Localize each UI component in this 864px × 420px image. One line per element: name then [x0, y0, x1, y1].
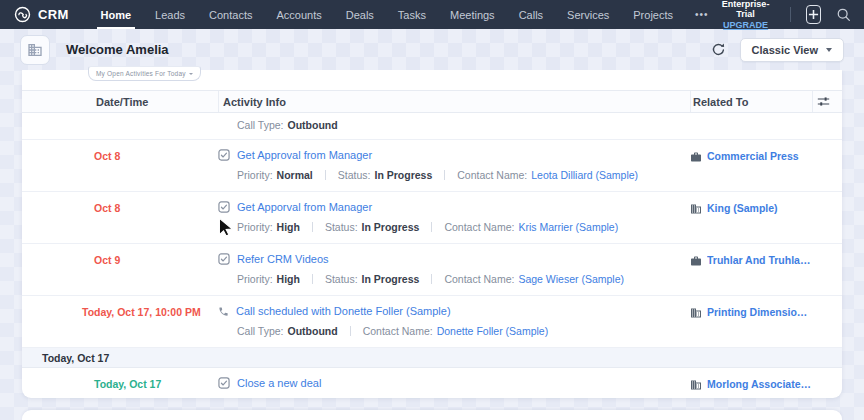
tab-calls[interactable]: Calls	[507, 0, 555, 29]
deal-icon	[690, 149, 702, 167]
detail-value: In Progress	[362, 221, 420, 233]
detail-label: Priority:	[237, 273, 273, 285]
tab-tasks[interactable]: Tasks	[386, 0, 438, 29]
activity-title-link[interactable]: Call scheduled with Donette Foller (Samp…	[236, 305, 451, 317]
nav-tabs: Home Leads Contacts Accounts Deals Tasks…	[89, 0, 719, 29]
trial-label: Enterprise-Trial	[719, 0, 773, 20]
detail-label: Call Type:	[237, 325, 284, 337]
related-to-link[interactable]: King (Sample)	[707, 202, 778, 214]
tab-leads[interactable]: Leads	[143, 0, 197, 29]
brand-name: CRM	[38, 7, 69, 22]
detail-value: Outbound	[288, 325, 338, 337]
caret-down-icon	[189, 73, 193, 75]
table-header: Date/Time Activity Info Related To	[22, 90, 842, 113]
row-date: Oct 8	[94, 202, 120, 214]
detail-label: Status:	[325, 273, 358, 285]
activity-title-link[interactable]: Refer CRM Videos	[237, 253, 329, 265]
nav-divider	[790, 7, 791, 22]
page-title: Welcome Amelia	[66, 42, 169, 57]
row-date: Today, Oct 17	[94, 378, 161, 390]
detail-value: High	[277, 273, 300, 285]
trial-badge: Enterprise-Trial UPGRADE	[719, 0, 773, 30]
column-header-date-time[interactable]: Date/Time	[22, 91, 218, 112]
table-row-partial[interactable]: Call Type: Outbound	[22, 113, 842, 140]
related-to-link[interactable]: Commercial Press	[707, 150, 799, 162]
contact-link[interactable]: Sage Wieser (Sample)	[518, 273, 624, 285]
table-row[interactable]: Oct 8 Get Apporval from Manager Priority…	[22, 192, 842, 244]
tab-contacts[interactable]: Contacts	[197, 0, 264, 29]
detail-label: Call Type:	[237, 119, 284, 131]
call-icon	[218, 306, 229, 317]
detail-value: Outbound	[288, 119, 338, 131]
date-group-header: Today, Oct 17	[22, 348, 842, 368]
detail-label: Status:	[325, 221, 358, 233]
brand: CRM	[14, 6, 69, 23]
contact-link[interactable]: Leota Dilliard (Sample)	[531, 169, 638, 181]
task-icon	[218, 149, 230, 161]
related-to-link[interactable]: Printing Dimensions (...	[707, 306, 812, 318]
nav-more-icon[interactable]: •••	[685, 0, 719, 29]
deal-icon	[690, 253, 702, 271]
tab-deals[interactable]: Deals	[334, 0, 386, 29]
activity-title-link[interactable]: Close a new deal	[237, 377, 321, 389]
detail-label: Contact Name:	[363, 325, 433, 337]
search-icon[interactable]	[836, 7, 851, 22]
task-icon	[218, 201, 230, 213]
detail-value: Normal	[277, 169, 313, 181]
view-selector-label: Classic View	[752, 44, 818, 56]
detail-label: Priority:	[237, 221, 273, 233]
detail-value: In Progress	[374, 169, 432, 181]
column-header-related-to[interactable]: Related To	[690, 91, 812, 112]
detail-label: Contact Name:	[444, 221, 514, 233]
quick-create-button[interactable]	[806, 5, 822, 24]
task-icon	[218, 253, 230, 265]
caret-down-icon	[826, 48, 832, 52]
activities-filter-dropdown[interactable]: My Open Activities For Today	[88, 66, 201, 81]
detail-label: Priority:	[237, 169, 273, 181]
view-selector-button[interactable]: Classic View	[740, 38, 844, 62]
zoho-crm-logo-icon	[14, 6, 31, 23]
nav-right-controls: Enterprise-Trial UPGRADE	[719, 0, 864, 30]
refresh-icon[interactable]	[711, 42, 726, 57]
task-icon	[218, 377, 230, 389]
related-to-link[interactable]: Morlong Associates (S...	[707, 378, 812, 390]
module-icon-box[interactable]	[20, 35, 50, 65]
welcome-banner: Welcome Amelia Classic View	[0, 29, 864, 70]
contact-link[interactable]: Donette Foller (Sample)	[437, 325, 548, 337]
related-to-link[interactable]: Truhlar And Truhlar Att...	[707, 254, 812, 266]
contact-link[interactable]: Kris Marrier (Sample)	[518, 221, 618, 233]
building-icon	[27, 42, 43, 58]
table-row[interactable]: Today, Oct 17, 10:00 PM Call scheduled w…	[22, 296, 842, 348]
tab-projects[interactable]: Projects	[621, 0, 685, 29]
row-date: Oct 8	[94, 150, 120, 162]
account-icon	[690, 305, 702, 323]
tab-meetings[interactable]: Meetings	[438, 0, 507, 29]
table-row[interactable]: Today, Oct 17 Close a new deal Morlong A…	[22, 368, 842, 398]
tab-accounts[interactable]: Accounts	[264, 0, 333, 29]
table-row[interactable]: Oct 8 Get Approval from Manager Priority…	[22, 140, 842, 192]
row-date: Oct 9	[94, 254, 120, 266]
activity-title-link[interactable]: Get Apporval from Manager	[237, 201, 372, 213]
column-header-activity-info[interactable]: Activity Info	[218, 91, 690, 112]
detail-label: Status:	[338, 169, 371, 181]
tab-home[interactable]: Home	[89, 0, 144, 29]
account-icon	[690, 201, 702, 219]
account-icon	[690, 377, 702, 395]
table-row[interactable]: Oct 9 Refer CRM Videos Priority:High Sta…	[22, 244, 842, 296]
tab-services[interactable]: Services	[555, 0, 621, 29]
activities-card: Date/Time Activity Info Related To Call …	[22, 70, 842, 398]
row-date: Today, Oct 17, 10:00 PM	[82, 306, 201, 318]
upgrade-link[interactable]: UPGRADE	[719, 20, 773, 30]
activities-filter-label: My Open Activities For Today	[96, 70, 186, 77]
detail-value: High	[277, 221, 300, 233]
detail-label: Contact Name:	[444, 273, 514, 285]
detail-value: In Progress	[362, 273, 420, 285]
detail-label: Contact Name:	[457, 169, 527, 181]
activity-title-link[interactable]: Get Approval from Manager	[237, 149, 372, 161]
top-navigation-bar: CRM Home Leads Contacts Accounts Deals T…	[0, 0, 864, 29]
next-section-card	[22, 410, 842, 420]
column-settings-icon[interactable]	[812, 91, 842, 112]
